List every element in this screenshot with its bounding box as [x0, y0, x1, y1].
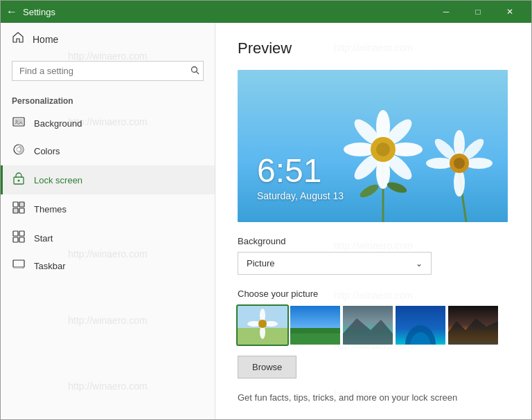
choose-picture-label: Choose your picture [238, 289, 509, 299]
page-title: Preview [238, 39, 509, 57]
sidebar-item-taskbar-label: Taskbar [34, 261, 66, 271]
start-icon [12, 230, 26, 246]
svg-point-42 [454, 158, 465, 169]
back-button[interactable]: ← [6, 6, 17, 18]
search-input[interactable] [12, 61, 204, 81]
svg-rect-54 [290, 332, 340, 345]
sidebar-item-taskbar[interactable]: Taskbar [1, 253, 215, 279]
preview-clock: 6:51 [257, 154, 344, 188]
sidebar-item-lock-screen[interactable]: Lock screen [1, 165, 215, 194]
sidebar-item-background[interactable]: Background [1, 110, 215, 136]
settings-window: ← Settings ─ □ ✕ http://winaero.com http… [0, 0, 532, 420]
minimize-button[interactable]: ─ [430, 1, 462, 23]
sidebar: http://winaero.com http://winaero.com ht… [1, 23, 215, 419]
svg-rect-13 [13, 231, 18, 236]
title-bar: ← Settings ─ □ ✕ [1, 1, 531, 23]
background-dropdown[interactable]: Picture ⌄ [238, 252, 432, 275]
footer-text: Get fun facts, tips, tricks, and more on… [238, 392, 501, 403]
personalization-section-label: Personalization [1, 86, 215, 110]
colors-icon [12, 143, 26, 158]
picture-strip [238, 306, 509, 345]
sidebar-item-themes[interactable]: Themes [1, 194, 215, 223]
sidebar-item-colors[interactable]: Colors [1, 136, 215, 165]
background-icon [12, 117, 26, 129]
sidebar-item-lock-screen-label: Lock screen [34, 175, 82, 185]
home-item[interactable]: Home [1, 23, 215, 55]
preview-time-overlay: 6:51 Saturday, August 13 [257, 154, 344, 201]
sidebar-item-themes-label: Themes [34, 204, 66, 214]
sidebar-item-background-label: Background [34, 118, 82, 129]
picture-thumb-4[interactable] [396, 306, 445, 345]
preview-date: Saturday, August 13 [257, 190, 344, 201]
svg-rect-55 [290, 328, 340, 334]
svg-rect-16 [19, 237, 24, 242]
window-controls: ─ □ ✕ [430, 1, 526, 23]
window-title: Settings [23, 7, 430, 17]
svg-point-32 [376, 143, 390, 156]
svg-rect-9 [13, 202, 18, 207]
dropdown-value: Picture [247, 258, 274, 268]
picture-thumb-5[interactable] [448, 306, 498, 345]
svg-rect-17 [13, 260, 24, 267]
home-icon [12, 31, 24, 47]
svg-rect-10 [19, 202, 24, 207]
picture-thumb-2[interactable] [290, 306, 340, 345]
svg-line-1 [197, 71, 200, 74]
svg-point-52 [258, 320, 267, 328]
browse-button[interactable]: Browse [238, 356, 296, 378]
search-button[interactable] [190, 66, 200, 77]
dropdown-arrow-icon: ⌄ [416, 259, 423, 268]
main-panel: http://winaero.com http://winaero.com ht… [215, 23, 531, 419]
maximize-button[interactable]: □ [462, 1, 494, 23]
svg-point-4 [16, 120, 18, 122]
svg-point-0 [192, 66, 197, 72]
sidebar-item-colors-label: Colors [34, 146, 60, 156]
svg-point-8 [18, 180, 20, 182]
search-box [12, 61, 204, 81]
svg-rect-12 [19, 208, 24, 213]
taskbar-icon [12, 259, 26, 272]
preview-image: 6:51 Saturday, August 13 [238, 70, 508, 222]
background-section-label: Background [238, 236, 509, 246]
home-label: Home [33, 34, 58, 45]
main-content: http://winaero.com http://winaero.com ht… [1, 23, 531, 419]
svg-rect-14 [19, 231, 24, 236]
lock-screen-icon [12, 172, 26, 188]
picture-thumb-1[interactable] [238, 306, 287, 345]
svg-rect-11 [13, 208, 18, 213]
close-button[interactable]: ✕ [494, 1, 526, 23]
sidebar-item-start[interactable]: Start [1, 223, 215, 253]
svg-point-6 [17, 147, 21, 152]
themes-icon [12, 201, 26, 217]
svg-rect-19 [22, 268, 24, 268]
picture-thumb-3[interactable] [343, 306, 393, 345]
sidebar-item-start-label: Start [34, 233, 53, 244]
svg-rect-15 [13, 237, 18, 242]
